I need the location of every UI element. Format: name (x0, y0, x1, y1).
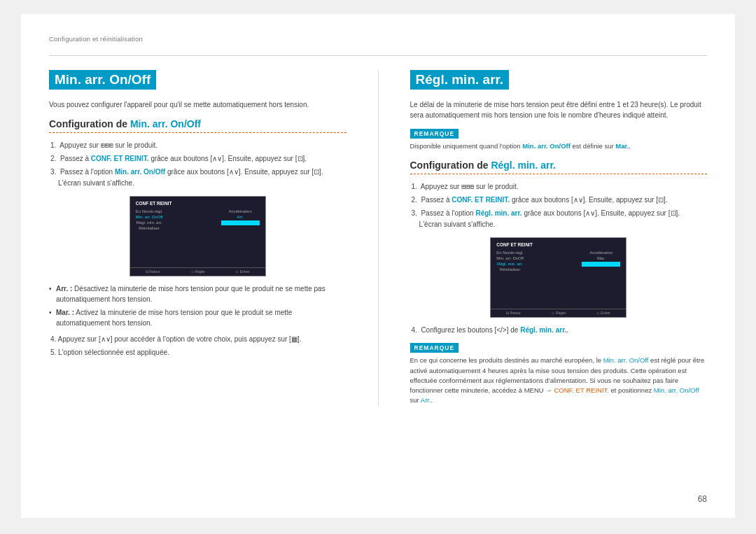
left-menu-item-3: Régl. min. arr. (136, 220, 163, 225)
right-note-1-label: REMARQUE (410, 129, 459, 139)
left-subsection-plain: Configuration de (49, 118, 130, 129)
right-screen-title: CONF ET REINIT (496, 242, 533, 247)
right-note-2-text: En ce qui concerne les produits destinés… (410, 356, 708, 405)
page-number: 68 (698, 494, 707, 504)
left-bullet-1-label: Arr. : (56, 285, 72, 293)
right-subsection-plain: Configuration de (410, 160, 491, 171)
right-subsection-title: Configuration de Régl. min. arr. (410, 160, 708, 174)
breadcrumb: Configuration et réinitialisation (49, 35, 707, 43)
right-screen-menu: En Nomb-régl. Min. arr. DvOff Régl. min.… (496, 251, 524, 304)
right-section-title: Régl. min. arr. (410, 70, 510, 90)
column-divider (378, 70, 379, 406)
right-column: Régl. min. arr. Le délai de la minuterie… (410, 70, 708, 406)
right-footer-set: ◇ Régler (552, 311, 566, 315)
left-menu-item-4: Réinitaliser (136, 226, 163, 230)
left-bullet-2-text: Activez la minuterie de mise hors tensio… (56, 309, 292, 327)
top-divider (49, 55, 707, 56)
right-screen-right-panel: Accélération Mar. (582, 251, 620, 304)
left-column: Min. arr. On/Off Vous pouvez configurer … (49, 70, 346, 406)
left-screen-bar (221, 220, 260, 225)
right-screen-bar (582, 262, 620, 267)
right-footer-enter: ▷ Entrer (597, 311, 610, 315)
left-screen-container: CONF ET REINIT En Nomb-régl. Min. arr. D… (49, 196, 346, 278)
right-steps-cont: 4. Configurez les boutons [</>] de Régl.… (410, 325, 708, 336)
page: Configuration et réinitialisation Min. a… (21, 14, 735, 518)
left-bullet-list: Arr. : Désactivez la minuterie de mise h… (49, 283, 346, 328)
left-bullet-1-text: Désactivez la minuterie de mise hors ten… (56, 285, 326, 303)
right-screen-right-label: Accélération (582, 251, 620, 255)
left-screen: CONF ET REINIT En Nomb-régl. Min. arr. D… (130, 196, 266, 276)
right-note-1: REMARQUE Disponible uniquement quand l'o… (410, 129, 708, 151)
right-note-2-label: REMARQUE (410, 343, 459, 353)
left-screen-right-panel: Accélération Arr. (221, 209, 260, 263)
two-column-layout: Min. arr. On/Off Vous pouvez configurer … (49, 70, 707, 406)
right-menu-item-2: Min. arr. DvOff (496, 256, 524, 260)
left-step-4: 4. Appuyez sur [∧∨] pour accéder à l'opt… (49, 334, 346, 345)
right-step-3: 3. Passez à l'option Régl. min. arr. grâ… (410, 208, 708, 230)
right-note-2: REMARQUE En ce qui concerne les produits… (410, 343, 708, 405)
left-footer-back: ⊟ Retour (146, 269, 160, 274)
left-intro: Vous pouvez configurer l'appareil pour q… (49, 99, 346, 110)
right-note-1-text: Disponible uniquement quand l'option Min… (410, 141, 708, 151)
right-screen: CONF ET REINIT En Nomb-régl. Min. arr. D… (490, 237, 626, 318)
right-footer-back: ⊟ Retour (506, 311, 520, 315)
left-section-title: Min. arr. On/Off (49, 70, 156, 90)
left-step-5: 5. L'option sélectionnée est appliquée. (49, 347, 346, 358)
left-menu-item-2: Min. arr. DvOff (136, 215, 163, 219)
left-bullet-1: Arr. : Désactivez la minuterie de mise h… (49, 283, 346, 304)
left-steps-cont: 4. Appuyez sur [∧∨] pour accéder à l'opt… (49, 334, 346, 358)
right-screen-container: CONF ET REINIT En Nomb-régl. Min. arr. D… (410, 237, 708, 319)
right-step-4: 4. Configurez les boutons [</>] de Régl.… (410, 325, 708, 336)
left-step-3: 3. Passez à l'option Min. arr. On/Off gr… (49, 167, 346, 189)
left-menu-item-1: En Nomb-régl. (136, 209, 163, 213)
right-menu-item-1: En Nomb-régl. (496, 251, 524, 255)
left-step-1: 1. Appuyez sur ⊞⊞⊞ sur le produit. (49, 140, 346, 151)
left-bullet-2: Mar. : Activez la minuterie de mise hors… (49, 307, 346, 328)
right-intro: Le délai de la minuterie de mise hors te… (410, 99, 708, 120)
right-step-2: 2. Passez à CONF. ET REINIT. grâce aux b… (410, 195, 708, 206)
left-subsection-highlight: Min. arr. On/Off (130, 118, 201, 129)
right-step-1: 1. Appuyez sur ⊞⊞⊞ sur le produit. (410, 181, 708, 192)
right-menu-item-4: Réinitaliser (496, 267, 524, 272)
left-screen-footer: ⊟ Retour ◇ Régler ▷ Entrer (130, 267, 265, 274)
left-steps: 1. Appuyez sur ⊞⊞⊞ sur le produit. 2. Pa… (49, 140, 346, 189)
left-bullet-2-label: Mar. : (56, 309, 74, 316)
right-screen-footer: ⊟ Retour ◇ Régler ▷ Entrer (491, 309, 626, 315)
right-screen-right-label2: Mar. (582, 256, 620, 260)
left-screen-title: CONF ET REINIT (136, 201, 172, 206)
right-subsection-highlight: Régl. min. arr. (491, 160, 556, 171)
left-subsection-title: Configuration de Min. arr. On/Off (49, 118, 346, 133)
left-screen-menu: En Nomb-régl. Min. arr. DvOff Régl. min.… (136, 209, 163, 263)
left-screen-right-value: Arr. (221, 215, 260, 219)
left-footer-enter: ▷ Entrer (236, 269, 249, 274)
right-steps: 1. Appuyez sur ⊞⊞⊞ sur le produit. 2. Pa… (410, 181, 708, 230)
left-step-2: 2. Passez à CONF. ET REINIT. grâce aux b… (49, 153, 346, 164)
right-menu-item-3: Régl. min. arr. (496, 262, 524, 266)
left-screen-right-label: Accélération (221, 209, 260, 213)
left-footer-set: ◇ Régler (191, 269, 205, 274)
